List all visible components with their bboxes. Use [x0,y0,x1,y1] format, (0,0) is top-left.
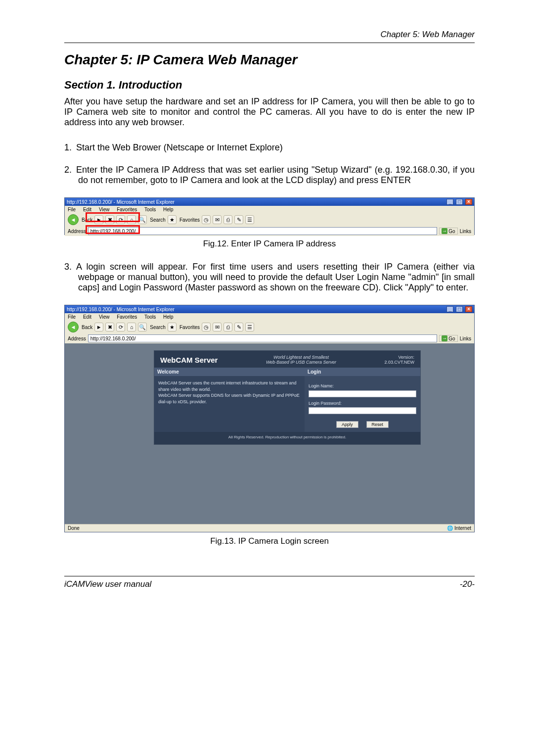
menu-favorites[interactable]: Favorites [117,207,137,212]
ie-toolbar-2: ◄ Back ► ✖ ⟳ ⌂ 🔍 Search ★ Favorites ◷ ✉ … [65,321,474,333]
footer-left: iCAMView user manual [64,579,151,589]
window-controls-2: _ □ × [445,306,472,312]
login-name-input[interactable] [309,390,416,397]
status-zone: 🌐 Internet [447,525,471,531]
links-label[interactable]: Links [460,229,471,234]
webcam-version: Version: 2.03.CVT.NEW [384,355,414,365]
section-title: Section 1. Introduction [64,79,475,92]
page-content-area: WebCAM Server World Lightest and Smalles… [65,343,474,524]
search-label: Search [150,217,166,223]
search-icon[interactable]: 🔍 [138,323,147,331]
menu-file[interactable]: File [68,314,76,320]
back-button[interactable]: ◄ [68,322,79,332]
go-arrow-icon: → [442,228,447,234]
step-3-text: A login screen will appear. For first ti… [76,262,475,292]
ie-menubar-2[interactable]: File Edit View Favorites Tools Help [65,313,474,321]
edit-icon[interactable]: ✎ [234,215,243,224]
go-button[interactable]: →Go [439,335,457,342]
maximize-icon[interactable]: □ [456,199,463,205]
menu-tools[interactable]: Tools [144,314,156,320]
go-button[interactable]: →Go [439,228,457,235]
address-input[interactable]: http://192.168.0.200/ [88,227,438,235]
welcome-title: Welcome [154,368,305,376]
menu-help[interactable]: Help [163,314,174,320]
mail-icon[interactable]: ✉ [213,323,222,331]
login-box: Login Login Name: Login Password: Apply … [305,368,420,432]
menu-favorites[interactable]: Favorites [117,314,137,320]
favorites-label: Favorites [179,325,200,330]
menu-view[interactable]: View [99,207,110,212]
annotation-red-box-toolbar [86,212,140,222]
home-icon[interactable]: ⌂ [127,323,136,331]
back-button[interactable]: ◄ [68,214,79,225]
ie-toolbar: ◄ Back ► ✖ ⟳ ⌂ 🔍 Search ★ Favorites ◷ ✉ … [65,213,474,226]
login-title: Login [305,368,420,376]
step-3: 3.A login screen will appear. For first … [78,262,475,293]
favorites-icon[interactable]: ★ [168,323,177,331]
welcome-box: Welcome WebCAM Server uses the current i… [154,368,305,432]
forward-button[interactable]: ► [94,323,103,331]
ie-titlebar: http://192.168.0.200/ - Microsoft Intern… [65,198,474,206]
login-name-label: Login Name: [309,383,416,389]
maximize-icon[interactable]: □ [456,306,463,312]
reset-button[interactable]: Reset [366,421,389,428]
page-header: Chapter 5: Web Manager [64,30,475,43]
welcome-line-2: WebCAM Server supports DDNS for users wi… [158,392,301,405]
step-1-text: Start the Web Brower (Netscape or Intern… [76,142,283,152]
favorites-icon[interactable]: ★ [168,215,177,224]
step-2: 2.Enter the IP Camera IP Address that wa… [78,165,475,186]
minimize-icon[interactable]: _ [446,306,453,312]
welcome-line-1: WebCAM Server uses the current internet … [158,380,301,392]
fig13-browser-window: http://192.168.0.200/ - Microsoft Intern… [64,305,475,532]
footer-right: -20- [460,579,475,589]
page-footer: iCAMView user manual -20- [64,576,475,589]
close-icon[interactable]: × [465,199,472,205]
edit-icon[interactable]: ✎ [234,323,243,331]
fig12-caption: Fig.12. Enter IP Camera IP address [64,239,475,249]
webcam-footer: All Rights Reserved. Reproduction withou… [154,432,420,444]
menu-edit[interactable]: Edit [83,207,91,212]
discuss-icon[interactable]: ☰ [245,323,254,331]
back-label: Back [82,325,92,330]
ie-window-title: http://192.168.0.200/ - Microsoft Intern… [67,199,175,205]
apply-button[interactable]: Apply [336,421,358,428]
ie-titlebar-2: http://192.168.0.200/ - Microsoft Intern… [65,305,474,313]
step-2-num: 2. [64,165,76,175]
fig12-browser-window: http://192.168.0.200/ - Microsoft Intern… [64,197,475,235]
ie-window-title-2: http://192.168.0.200/ - Microsoft Intern… [67,307,175,312]
login-password-input[interactable] [309,407,416,414]
history-icon[interactable]: ◷ [202,215,211,224]
refresh-icon[interactable]: ⟳ [116,323,125,331]
print-icon[interactable]: ⎙ [223,215,232,224]
search-label: Search [150,325,166,330]
login-password-label: Login Password: [309,400,416,407]
step-3-num: 3. [64,262,76,272]
webcam-tagline: World Lightest and Smallest Web-Based IP… [266,355,336,365]
favorites-label: Favorites [179,217,200,223]
ie-address-bar-2: Address http://192.168.0.200/ →Go Links [65,333,474,343]
ie-address-bar: Address http://192.168.0.200/ →Go Links [65,226,474,236]
history-icon[interactable]: ◷ [202,323,211,331]
menu-help[interactable]: Help [163,207,174,212]
ie-status-bar: Done 🌐 Internet [65,524,474,532]
window-controls: _ □ × [445,199,472,205]
webcam-logo: WebCAM Server [160,356,218,364]
fig13-caption: Fig.13. IP Camera Login screen [64,536,475,546]
discuss-icon[interactable]: ☰ [245,215,254,224]
menu-tools[interactable]: Tools [144,207,156,212]
print-icon[interactable]: ⎙ [223,323,232,331]
close-icon[interactable]: × [465,306,472,312]
links-label[interactable]: Links [460,336,471,341]
address-input[interactable]: http://192.168.0.200/ [88,334,438,342]
chapter-title: Chapter 5: IP Camera Web Manager [64,52,475,68]
menu-edit[interactable]: Edit [83,314,91,320]
menu-view[interactable]: View [99,314,110,320]
step-1: 1.Start the Web Brower (Netscape or Inte… [78,142,475,153]
address-label: Address [68,229,86,234]
mail-icon[interactable]: ✉ [213,215,222,224]
address-label: Address [68,336,86,341]
stop-icon[interactable]: ✖ [105,323,114,331]
menu-file[interactable]: File [68,207,76,212]
status-done: Done [68,525,80,531]
minimize-icon[interactable]: _ [446,199,453,205]
